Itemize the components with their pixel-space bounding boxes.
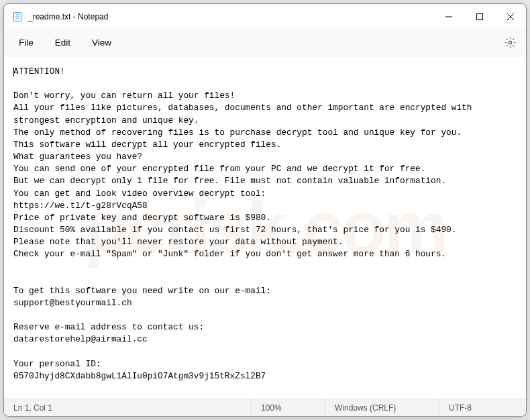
window-controls (433, 4, 526, 30)
statusbar: Ln 1, Col 1 100% Windows (CRLF) UTF-8 (4, 399, 526, 416)
close-button[interactable] (495, 4, 526, 30)
menu-view[interactable]: View (81, 34, 122, 52)
title-area: _readme.txt - Notepad (4, 11, 433, 22)
status-encoding: UTF-8 (439, 399, 526, 416)
menu-edit[interactable]: Edit (44, 34, 81, 52)
svg-rect-5 (477, 14, 483, 20)
window-title: _readme.txt - Notepad (28, 12, 108, 21)
svg-point-8 (509, 41, 511, 44)
settings-button[interactable] (498, 32, 522, 54)
status-cursor-position: Ln 1, Col 1 (4, 399, 251, 416)
notepad-icon (12, 11, 23, 22)
menu-file[interactable]: File (8, 34, 44, 52)
text-area[interactable]: ATTENTION! Don't worry, you can return a… (4, 56, 526, 399)
menubar: File Edit View (4, 30, 526, 56)
titlebar[interactable]: _readme.txt - Notepad (4, 4, 526, 30)
notepad-window: _readme.txt - Notepad File Edit View ATT… (3, 3, 527, 417)
status-zoom[interactable]: 100% (251, 399, 325, 416)
document-body: ATTENTION! Don't worry, you can return a… (13, 66, 477, 381)
maximize-button[interactable] (464, 4, 495, 30)
minimize-button[interactable] (433, 4, 464, 30)
status-line-ending: Windows (CRLF) (325, 399, 439, 416)
